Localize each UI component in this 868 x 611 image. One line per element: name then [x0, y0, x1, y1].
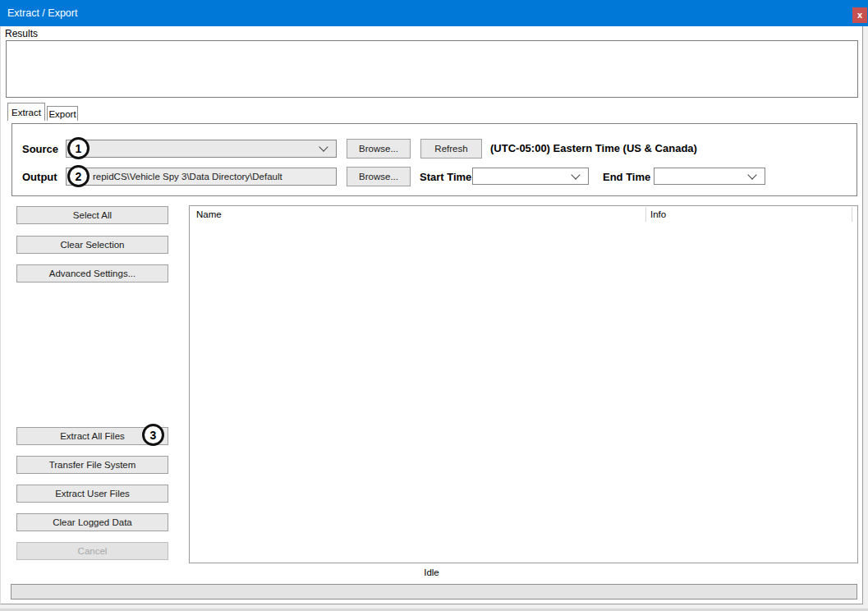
output-path-field[interactable]: repidCS\Vehicle Spy 3\Data Directory\Def…	[66, 168, 337, 186]
source-combobox[interactable]	[66, 140, 337, 158]
progress-bar	[11, 584, 857, 600]
results-textbox[interactable]	[6, 40, 858, 98]
titlebar[interactable]: Extract / Export x	[0, 0, 868, 26]
output-browse-button[interactable]: Browse...	[347, 167, 411, 186]
chevron-down-icon	[319, 142, 328, 151]
chevron-down-icon	[571, 170, 580, 179]
clear-logged-data-button[interactable]: Clear Logged Data	[16, 513, 168, 531]
annotation-circle-2: 2	[67, 165, 90, 187]
source-browse-button[interactable]: Browse...	[347, 139, 411, 158]
close-button[interactable]: x	[852, 7, 867, 23]
close-icon: x	[857, 10, 862, 20]
clear-selection-button[interactable]: Clear Selection	[16, 236, 168, 254]
column-divider[interactable]	[852, 207, 852, 222]
column-divider[interactable]	[645, 207, 646, 222]
results-label: Results	[5, 28, 38, 39]
timezone-label: (UTC-05:00) Eastern Time (US & Canada)	[490, 142, 697, 154]
source-label: Source	[22, 143, 58, 155]
file-list-header: Name Info	[190, 206, 857, 223]
tab-export-label: Export	[48, 109, 76, 119]
start-time-label: Start Time	[420, 171, 471, 183]
select-all-button[interactable]: Select All	[16, 206, 168, 224]
tab-export[interactable]: Export	[47, 106, 78, 121]
cancel-button: Cancel	[16, 542, 168, 560]
refresh-button[interactable]: Refresh	[420, 139, 482, 158]
end-time-combobox[interactable]	[654, 168, 765, 185]
column-header-name[interactable]: Name	[196, 206, 222, 223]
annotation-circle-1: 1	[67, 137, 90, 159]
file-list-body[interactable]	[190, 223, 857, 563]
transfer-file-system-button[interactable]: Transfer File System	[16, 456, 168, 474]
file-list: Name Info	[189, 205, 858, 563]
column-header-info[interactable]: Info	[650, 206, 666, 223]
chevron-down-icon	[747, 170, 756, 179]
end-time-label: End Time	[603, 171, 650, 183]
tab-extract-label: Extract	[11, 108, 41, 117]
window-title: Extract / Export	[7, 0, 77, 26]
status-text: Idle	[0, 567, 863, 577]
tab-extract[interactable]: Extract	[7, 103, 45, 121]
annotation-circle-3: 3	[142, 424, 164, 446]
output-label: Output	[22, 171, 57, 183]
advanced-settings-button[interactable]: Advanced Settings...	[16, 264, 168, 283]
start-time-combobox[interactable]	[472, 168, 589, 185]
extract-user-files-button[interactable]: Extract User Files	[16, 485, 168, 503]
